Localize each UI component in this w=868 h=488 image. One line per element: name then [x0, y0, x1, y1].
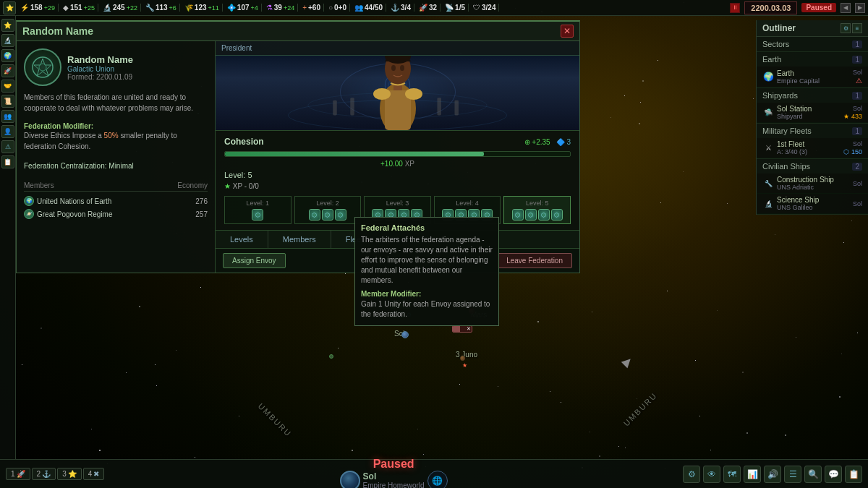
fleet1-name: 1st Fleet	[777, 140, 841, 148]
quickbar-item-3[interactable]: 3 ⭐	[57, 468, 82, 480]
quickbar-item-2[interactable]: 2 ⚓	[32, 468, 56, 480]
members-col-name: Members	[24, 181, 54, 189]
sectors-title: Sectors	[762, 40, 789, 48]
resource-rare: ⚗ 39 +24	[263, 4, 298, 12]
tooltip-modifier-label: Member Modifier:	[361, 290, 493, 298]
sectors-section-header[interactable]: Sectors 1	[757, 37, 868, 51]
outliner-item-earth[interactable]: 🌍 Earth Empire Capital Sol ⚠	[757, 67, 868, 87]
system-sub: Empire Homeworld	[363, 481, 425, 488]
federation-identity: Random Name Galactic Union Formed: 2200.…	[24, 48, 208, 86]
resource-alloys: 🔧 113 +6	[142, 4, 180, 12]
level-box-label-5: Level: 5	[507, 200, 567, 207]
earth-section-header[interactable]: Earth 1	[757, 52, 868, 67]
resource-trade: ○ 0+0	[326, 4, 350, 12]
date-display: 2200.03.03	[744, 1, 797, 14]
system-name: Sol	[363, 471, 425, 481]
earth-item-right: Sol ⚠	[853, 69, 862, 85]
br-icon-5[interactable]: 🔊	[764, 466, 781, 483]
sidebar-leaders-icon[interactable]: 👤	[1, 125, 14, 138]
earth-item-name: Earth	[777, 69, 850, 77]
solstation-name: Sol Station	[777, 105, 841, 113]
level-box-2[interactable]: Level: 2 ⬡ ⬡ ⬡	[294, 196, 362, 224]
top-bar: ⭐ ⚡ 158 +29 ◆ 151 +25 🔬 245 +22 🔧 113 +6…	[0, 0, 868, 16]
fleet1-sub: A: 3/40 (3)	[777, 148, 841, 155]
resource-research: 🔬 245 +22	[100, 4, 141, 12]
sidebar-situations-icon[interactable]: ⚠	[1, 140, 14, 153]
civilian-section-header[interactable]: Civilian Ships 2	[757, 159, 868, 174]
federation-emblem	[24, 48, 61, 86]
science-loc: Sol	[853, 200, 862, 207]
sidebar-fleets-icon[interactable]: 🚀	[1, 64, 14, 77]
cohesion-bar-fill	[225, 152, 484, 156]
cohesion-section: Cohesion ⊕ +2.35 🔷 3 +10.00	[216, 130, 579, 230]
outliner-item-science[interactable]: 🔬 Science Ship UNS Galileo Sol	[757, 194, 868, 214]
level-label: Level: 5	[224, 171, 571, 179]
resource-units: 🚀 32	[416, 4, 441, 12]
sidebar-factions-icon[interactable]: 👥	[1, 110, 14, 123]
federation-details: Random Name Galactic Union Formed: 2200.…	[67, 54, 133, 81]
level-box-icons-2: ⬡ ⬡ ⬡	[298, 209, 358, 221]
br-icon-3[interactable]: 🗺	[723, 466, 741, 483]
quickbar-item-4[interactable]: 4 ✖	[83, 468, 105, 480]
sidebar-empire-icon[interactable]: ⭐	[1, 19, 14, 32]
br-icon-7[interactable]: 🔍	[804, 466, 822, 483]
br-icon-9[interactable]: 📋	[845, 466, 862, 483]
level-icon: ⬡	[322, 209, 333, 221]
fleet1-loc: Sol	[853, 140, 862, 147]
bottom-quickbar: 1 🚀 2 ⚓ 3 ⭐ 4 ✖	[0, 468, 110, 480]
shipyards-section-header[interactable]: Shipyards 1	[757, 88, 868, 103]
level-icon: ⬡	[335, 209, 346, 221]
br-icon-2[interactable]: 👁	[703, 466, 720, 483]
fleet1-badge: ⬡ 150	[843, 148, 862, 155]
cohesion-bar-container	[224, 151, 571, 157]
federation-modifier-title: Federation Modifier:	[24, 122, 208, 130]
close-button[interactable]: ✕	[561, 25, 574, 38]
member-score-2: 257	[195, 210, 208, 218]
sidebar-events-icon[interactable]: 📋	[1, 155, 14, 168]
level-icon: ⬡	[551, 209, 563, 221]
sidebar-diplomacy-icon[interactable]: 🤝	[1, 80, 14, 93]
earth-title: Earth	[762, 55, 781, 64]
system-map-icon[interactable]: 🌐	[427, 471, 448, 489]
speed-prev-btn[interactable]: ◀	[841, 3, 851, 13]
outliner-settings-icon[interactable]: ⚙	[841, 23, 851, 33]
leave-federation-button[interactable]: Leave Federation	[497, 253, 572, 268]
solstation-info: Sol Station Shipyard	[777, 105, 841, 120]
science-sub: UNS Galileo	[777, 204, 850, 211]
br-icon-6[interactable]: ☰	[784, 466, 801, 483]
map-zoom-icon: 🌐	[432, 476, 443, 486]
federation-modifier-text: Diverse Ethics Impose a 50% smaller pena…	[24, 130, 208, 152]
tab-levels[interactable]: Levels	[216, 231, 268, 248]
quickbar-item-1[interactable]: 1 🚀	[6, 468, 30, 480]
br-icon-8[interactable]: 💬	[825, 466, 842, 483]
qb-icon-3: ⭐	[68, 470, 77, 478]
construction-info: Construction Ship UNS Adriatic	[777, 176, 850, 191]
sidebar-tech-icon[interactable]: 🔬	[1, 34, 14, 47]
resource-stability: 🛡 3/24	[470, 4, 499, 12]
fleet-icon: ⚔	[762, 142, 774, 154]
faction-icon[interactable]: ⭐	[3, 1, 16, 14]
tab-members[interactable]: Members	[268, 231, 331, 248]
assign-envoy-button[interactable]: Assign Envoy	[223, 253, 286, 268]
br-icon-1[interactable]: ⚙	[683, 466, 700, 483]
outliner-item-construction[interactable]: 🔧 Construction Ship UNS Adriatic Sol	[757, 174, 868, 194]
construction-sub: UNS Adriatic	[777, 184, 850, 191]
br-icon-4[interactable]: 📊	[744, 466, 761, 483]
juno-dot: ★	[460, 356, 465, 361]
federation-name: Random Name	[67, 54, 133, 65]
level-box-5[interactable]: Level: 5 ⬡ ⬡ ⬡ ⬡	[503, 196, 571, 224]
member-row-1[interactable]: 🌍 United Nations of Earth 276	[24, 194, 208, 207]
sol-circle-icon	[340, 471, 360, 489]
military-section-header[interactable]: Military Fleets 1	[757, 124, 868, 138]
science-info: Science Ship UNS Galileo	[777, 196, 850, 211]
sidebar-planets-icon[interactable]: 🌍	[1, 49, 14, 62]
speed-next-btn[interactable]: ▶	[855, 3, 865, 13]
outliner-expand-icon[interactable]: ≡	[852, 23, 862, 33]
sidebar-policies-icon[interactable]: 📜	[1, 95, 14, 108]
level-icon: ⬡	[252, 209, 263, 221]
outliner-item-fleet1[interactable]: ⚔ 1st Fleet A: 3/40 (3) Sol ⬡ 150	[757, 138, 868, 158]
level-box-1[interactable]: Level: 1 ⬡	[224, 196, 292, 224]
president-image	[216, 56, 579, 130]
outliner-item-solstation[interactable]: 🛸 Sol Station Shipyard Sol ★ 433	[757, 103, 868, 123]
member-row-2[interactable]: 🪐 Great Pogovon Regime 257	[24, 207, 208, 221]
